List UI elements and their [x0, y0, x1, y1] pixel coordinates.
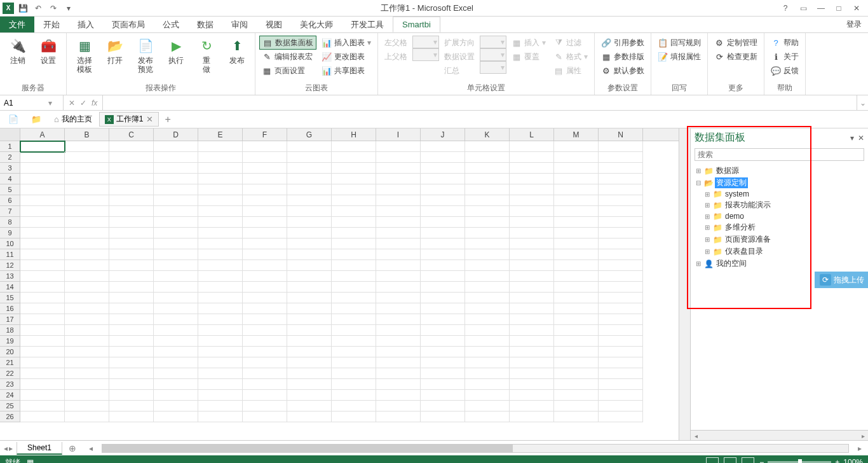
cell[interactable] [421, 357, 465, 368]
cell[interactable] [332, 303, 376, 314]
cell[interactable] [465, 249, 510, 260]
cell[interactable] [65, 379, 109, 390]
cell[interactable] [376, 347, 421, 357]
cell[interactable] [510, 336, 554, 347]
cell[interactable] [65, 357, 109, 368]
cell[interactable] [510, 152, 554, 163]
doctab-new[interactable]: 📄 [3, 113, 24, 126]
column-header[interactable]: E [198, 128, 243, 141]
cell[interactable] [554, 401, 599, 411]
cell[interactable] [465, 282, 510, 293]
cell[interactable] [376, 217, 421, 228]
name-box[interactable]: ▾ [0, 95, 64, 110]
cell[interactable] [376, 238, 421, 249]
cell-cover-button[interactable]: ▦覆盖 [509, 50, 548, 64]
cell[interactable] [109, 249, 154, 260]
cell[interactable] [287, 314, 332, 325]
column-header[interactable]: N [599, 128, 643, 141]
cell[interactable] [510, 401, 554, 411]
cell[interactable] [154, 303, 198, 314]
cell[interactable] [198, 336, 243, 347]
formula-expand-icon[interactable]: ⌄ [857, 95, 868, 110]
cell[interactable] [510, 390, 554, 401]
cell[interactable] [332, 238, 376, 249]
cell[interactable] [332, 152, 376, 163]
cell[interactable] [554, 184, 599, 195]
cell[interactable] [287, 249, 332, 260]
cell[interactable] [109, 357, 154, 368]
cell[interactable] [65, 303, 109, 314]
logout-button[interactable]: 🔌注销 [4, 34, 32, 65]
cell[interactable] [243, 238, 287, 249]
cell[interactable] [109, 163, 154, 174]
cell[interactable] [20, 347, 65, 357]
cell[interactable] [421, 271, 465, 282]
cell[interactable] [287, 411, 332, 422]
cell[interactable] [465, 293, 510, 303]
panel-search-input[interactable] [695, 148, 864, 161]
cell[interactable] [20, 141, 65, 152]
cell[interactable] [376, 411, 421, 422]
cell[interactable] [154, 217, 198, 228]
cell[interactable] [198, 206, 243, 217]
row-header[interactable]: 19 [0, 336, 20, 347]
attr-button[interactable]: ▤属性 [551, 64, 590, 78]
cell[interactable] [65, 228, 109, 238]
column-header[interactable]: C [109, 128, 154, 141]
execute-button[interactable]: ▶执行 [162, 34, 190, 65]
cell[interactable] [154, 141, 198, 152]
cell[interactable] [198, 228, 243, 238]
cell[interactable] [154, 238, 198, 249]
cell[interactable] [287, 141, 332, 152]
formula-input[interactable] [107, 99, 857, 107]
cell[interactable] [20, 238, 65, 249]
tree-node-report-demo[interactable]: ⊞📁报表功能演示 [692, 199, 867, 211]
fx-icon[interactable]: fx [92, 99, 97, 107]
tab-home[interactable]: 开始 [34, 17, 69, 32]
tree-node-resource[interactable]: ⊟📂资源定制 [692, 177, 867, 189]
cell[interactable] [109, 282, 154, 293]
cell[interactable] [198, 379, 243, 390]
cell[interactable] [154, 357, 198, 368]
cell[interactable] [376, 195, 421, 206]
cell[interactable] [65, 163, 109, 174]
sheet-nav-last-icon[interactable]: ▸ [9, 444, 13, 453]
cell[interactable] [332, 163, 376, 174]
cell[interactable] [554, 336, 599, 347]
edit-macro-button[interactable]: ✎编辑报表宏 [259, 50, 316, 64]
cell[interactable] [332, 336, 376, 347]
cell[interactable] [20, 379, 65, 390]
cell[interactable] [154, 293, 198, 303]
cell[interactable] [510, 325, 554, 336]
cell[interactable] [20, 228, 65, 238]
publish-button[interactable]: ⬆发布 [223, 34, 251, 65]
cell[interactable] [332, 260, 376, 271]
expand-select[interactable]: ▾ [480, 36, 506, 48]
cell[interactable] [465, 347, 510, 357]
redo-icon[interactable]: ↷ [47, 2, 60, 15]
cell[interactable] [154, 152, 198, 163]
cell[interactable] [287, 184, 332, 195]
cell[interactable] [20, 206, 65, 217]
namebox-dropdown-icon[interactable]: ▾ [48, 99, 52, 107]
cell[interactable] [376, 293, 421, 303]
cell[interactable] [287, 228, 332, 238]
row-header[interactable]: 12 [0, 260, 20, 271]
cell[interactable] [510, 411, 554, 422]
row-header[interactable]: 3 [0, 163, 20, 174]
tree-node-demo[interactable]: ⊞📁demo [692, 211, 867, 221]
help-button-rb[interactable]: ?帮助 [768, 36, 801, 50]
cell[interactable] [65, 217, 109, 228]
column-header[interactable]: L [510, 128, 554, 141]
cell[interactable] [20, 368, 65, 379]
open-button[interactable]: 📂打开 [101, 34, 129, 65]
cell[interactable] [65, 141, 109, 152]
cell[interactable] [376, 228, 421, 238]
cell[interactable] [510, 163, 554, 174]
cell[interactable] [510, 217, 554, 228]
cell[interactable] [376, 314, 421, 325]
cell[interactable] [599, 303, 643, 314]
cell[interactable] [109, 325, 154, 336]
cell[interactable] [599, 411, 643, 422]
hscroll-left-icon[interactable]: ◂ [89, 444, 93, 453]
